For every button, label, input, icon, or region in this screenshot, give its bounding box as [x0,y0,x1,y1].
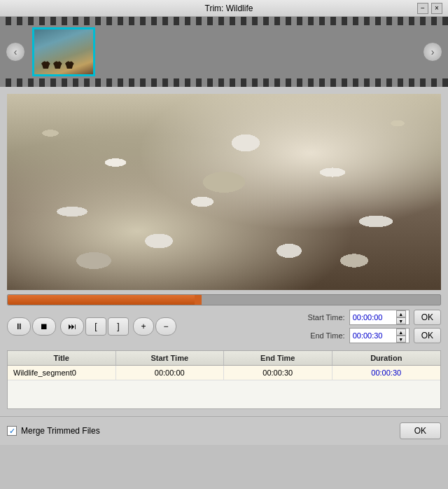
video-background [7,94,441,290]
window-controls: − × [417,3,442,14]
final-ok-button[interactable]: OK [400,422,441,439]
end-time-spinners: ▲ ▼ [396,329,406,343]
mark-in-button[interactable]: [ [85,317,106,336]
video-birds-overlay [7,94,441,290]
filmstrip-thumbnail[interactable] [32,27,95,76]
merge-checkbox-check: ✓ [9,427,15,436]
bottom-bar: ✓ Merge Trimmed Files OK [0,416,448,445]
table-row[interactable]: Wildlife_segment0 00:00:00 00:00:30 00:0… [8,366,440,380]
merge-checkbox[interactable]: ✓ [7,426,17,436]
row-title: Wildlife_segment0 [8,366,116,380]
horse-silhouette [41,60,75,69]
controls-area: ⏸ ⏹ ⏭ [ ] + − Start Time: 00:00:00 [7,290,441,346]
progress-fill [8,295,198,305]
row-end-time: 00:00:30 [224,366,332,380]
segments-table: Title Start Time End Time Duration Wildl… [7,350,441,409]
end-time-down[interactable]: ▼ [396,336,406,343]
frame-controls: ⏭ [ ] [60,317,129,336]
end-time-label: End Time: [300,331,345,340]
end-time-row: End Time: 00:00:30 ▲ ▼ OK [300,328,441,343]
merge-label-group: ✓ Merge Trimmed Files [7,426,100,436]
col-end-time: End Time [224,351,332,365]
col-start-time: Start Time [116,351,225,365]
row-duration: 00:00:30 [332,366,441,380]
horse-2 [53,60,63,69]
start-time-label: Start Time: [300,313,345,322]
table-header: Title Start Time End Time Duration [8,351,440,366]
playback-row: ⏸ ⏹ ⏭ [ ] + − Start Time: 00:00:00 [7,310,441,343]
filmstrip-prev-button[interactable]: ‹ [6,42,25,62]
time-controls: Start Time: 00:00:00 ▲ ▼ OK End Time: 00… [300,310,441,343]
row-start-time: 00:00:00 [116,366,225,380]
start-time-down[interactable]: ▼ [396,317,406,324]
horse-3 [65,60,75,69]
filmstrip-dots-top [0,17,448,25]
table-empty-area [8,380,440,408]
add-segment-button[interactable]: + [133,317,154,336]
window-title: Trim: Wildlife [41,4,417,13]
start-time-up[interactable]: ▲ [396,310,406,317]
horse-1 [41,60,51,69]
end-time-value: 00:00:30 [353,331,395,340]
progress-bar[interactable] [7,294,441,305]
step-forward-button[interactable]: ⏭ [60,317,84,336]
remove-segment-button[interactable]: − [155,317,176,336]
end-time-up[interactable]: ▲ [396,329,406,336]
segment-controls: + − [133,317,176,336]
video-preview [7,94,441,290]
stop-button[interactable]: ⏹ [32,317,56,336]
col-duration: Duration [332,351,441,365]
main-content: ⏸ ⏹ ⏭ [ ] + − Start Time: 00:00:00 [0,87,448,416]
start-time-value: 00:00:00 [353,313,395,322]
filmstrip-area: ‹ › [0,17,448,87]
start-time-row: Start Time: 00:00:00 ▲ ▼ OK [300,310,441,325]
title-bar: Trim: Wildlife − × [0,0,448,17]
progress-handle[interactable] [195,295,202,305]
thumbnail-image [34,29,93,74]
start-time-ok-button[interactable]: OK [414,310,441,325]
mark-out-button[interactable]: ] [108,317,129,336]
merge-label-text: Merge Trimmed Files [21,426,100,436]
filmstrip-dots-bottom [0,78,448,87]
filmstrip-content [25,27,423,76]
end-time-input[interactable]: 00:00:30 ▲ ▼ [349,328,410,343]
close-button[interactable]: × [431,3,442,14]
minimize-button[interactable]: − [417,3,428,14]
start-time-spinners: ▲ ▼ [396,310,406,324]
transport-controls: ⏸ ⏹ [7,317,56,336]
end-time-ok-button[interactable]: OK [414,328,441,343]
col-title: Title [8,351,116,365]
start-time-input[interactable]: 00:00:00 ▲ ▼ [349,310,410,325]
pause-button[interactable]: ⏸ [7,317,31,336]
filmstrip-next-button[interactable]: › [423,42,442,62]
